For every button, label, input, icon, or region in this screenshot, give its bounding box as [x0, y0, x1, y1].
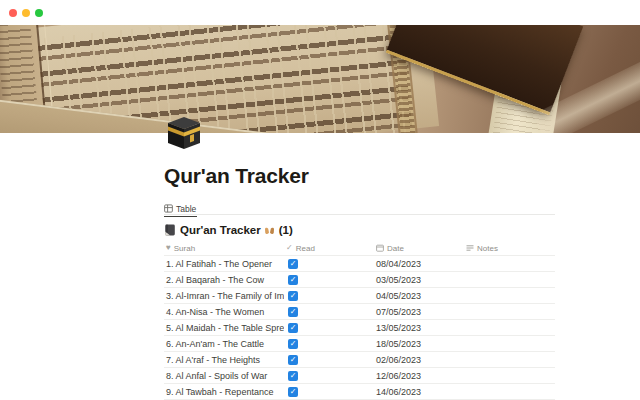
surah-cell[interactable]: 4. An-Nisa - The Women [164, 307, 284, 317]
read-cell[interactable]: ✓ [284, 322, 374, 333]
read-cell[interactable]: ✓ [284, 338, 374, 349]
read-checkbox[interactable]: ✓ [288, 291, 298, 301]
surah-cell[interactable]: 2. Al Baqarah - The Cow [164, 275, 284, 285]
page-cover-image[interactable] [0, 25, 640, 133]
tab-table[interactable]: Table [164, 201, 197, 217]
quran-tracker-table: ♥ Surah ✓ Read Date [164, 241, 555, 400]
read-checkbox[interactable]: ✓ [288, 339, 298, 349]
heart-icon: ♥ [166, 244, 171, 252]
date-cell[interactable]: 07/05/2023 [374, 307, 464, 317]
read-checkbox[interactable]: ✓ [288, 387, 298, 397]
read-cell[interactable]: ✓ [284, 306, 374, 317]
read-cell[interactable]: ✓ [284, 354, 374, 365]
notion-window: Qur'an Tracker Table Qur'an Tracker [0, 0, 640, 400]
surah-cell[interactable]: 1. Al Fatihah - The Opener [164, 259, 284, 269]
date-cell[interactable]: 18/05/2023 [374, 339, 464, 349]
table-icon [164, 204, 173, 213]
table-body: 1. Al Fatihah - The Opener ✓ 08/04/2023 … [164, 256, 555, 400]
read-checkbox[interactable]: ✓ [288, 307, 298, 317]
table-row[interactable]: 2. Al Baqarah - The Cow ✓ 03/05/2023 [164, 272, 555, 288]
date-cell[interactable]: 08/04/2023 [374, 259, 464, 269]
database-title[interactable]: Qur'an Tracker [180, 224, 261, 236]
tab-table-label: Table [176, 204, 196, 214]
table-row[interactable]: 9. Al Tawbah - Repentance ✓ 14/06/2023 [164, 384, 555, 400]
read-cell[interactable]: ✓ [284, 386, 374, 397]
text-lines-icon [466, 244, 474, 252]
date-cell[interactable]: 04/05/2023 [374, 291, 464, 301]
read-cell[interactable]: ✓ [284, 274, 374, 285]
read-checkbox[interactable]: ✓ [288, 275, 298, 285]
checkmark-icon: ✓ [286, 244, 293, 252]
read-cell[interactable]: ✓ [284, 258, 374, 269]
column-header-read[interactable]: ✓ Read [284, 244, 374, 253]
surah-cell[interactable]: 7. Al A'raf - The Heights [164, 355, 284, 365]
column-header-surah[interactable]: ♥ Surah [164, 244, 284, 253]
palms-up-hands-emoji [264, 225, 275, 236]
window-titlebar [0, 0, 640, 25]
date-cell[interactable]: 03/05/2023 [374, 275, 464, 285]
column-header-notes[interactable]: Notes [464, 244, 555, 253]
table-row[interactable]: 3. Al-Imran - The Family of Imran ✓ 04/0… [164, 288, 555, 304]
date-cell[interactable]: 14/06/2023 [374, 387, 464, 397]
table-row[interactable]: 5. Al Maidah - The Table Spread ✓ 13/05/… [164, 320, 555, 336]
surah-cell[interactable]: 8. Al Anfal - Spoils of War [164, 371, 284, 381]
column-header-date[interactable]: Date [374, 244, 464, 253]
date-cell[interactable]: 12/06/2023 [374, 371, 464, 381]
table-row[interactable]: 1. Al Fatihah - The Opener ✓ 08/04/2023 [164, 256, 555, 272]
view-tab-bar: Table [164, 199, 555, 215]
close-window-button[interactable] [9, 9, 17, 17]
zoom-window-button[interactable] [35, 9, 43, 17]
read-checkbox[interactable]: ✓ [288, 371, 298, 381]
database-header: Qur'an Tracker (1) [164, 224, 555, 236]
surah-cell[interactable]: 5. Al Maidah - The Table Spread [164, 323, 284, 333]
date-cell[interactable]: 02/06/2023 [374, 355, 464, 365]
minimize-window-button[interactable] [22, 9, 30, 17]
read-checkbox[interactable]: ✓ [288, 323, 298, 333]
table-row[interactable]: 7. Al A'raf - The Heights ✓ 02/06/2023 [164, 352, 555, 368]
read-checkbox[interactable]: ✓ [288, 355, 298, 365]
table-row[interactable]: 6. An-An'am - The Cattle ✓ 18/05/2023 [164, 336, 555, 352]
surah-cell[interactable]: 3. Al-Imran - The Family of Imran [164, 291, 284, 301]
table-row[interactable]: 4. An-Nisa - The Women ✓ 07/05/2023 [164, 304, 555, 320]
read-checkbox[interactable]: ✓ [288, 259, 298, 269]
notebook-emoji-icon [164, 224, 176, 236]
quran-photo-illustration [0, 25, 640, 133]
calendar-icon [376, 244, 384, 252]
table-row[interactable]: 8. Al Anfal - Spoils of War ✓ 12/06/2023 [164, 368, 555, 384]
database-count-badge: (1) [279, 224, 293, 236]
date-cell[interactable]: 13/05/2023 [374, 323, 464, 333]
kaaba-emoji-page-icon[interactable] [164, 112, 204, 152]
read-cell[interactable]: ✓ [284, 290, 374, 301]
page-title[interactable]: Qur'an Tracker [164, 164, 555, 188]
read-cell[interactable]: ✓ [284, 370, 374, 381]
surah-cell[interactable]: 6. An-An'am - The Cattle [164, 339, 284, 349]
table-header-row: ♥ Surah ✓ Read Date [164, 241, 555, 256]
surah-cell[interactable]: 9. Al Tawbah - Repentance [164, 387, 284, 397]
